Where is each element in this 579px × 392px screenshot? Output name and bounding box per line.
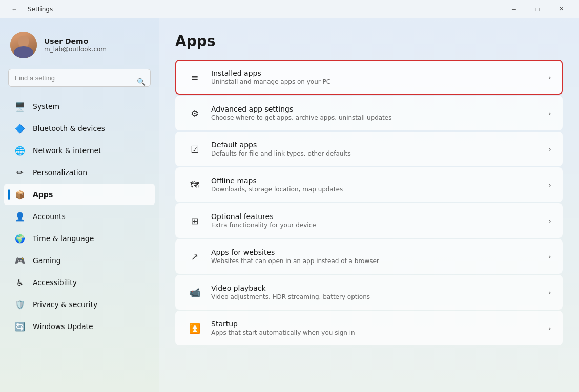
settings-desc-offline-maps: Downloads, storage location, map updates xyxy=(211,186,540,193)
settings-item-video-playback[interactable]: 📹 Video playback Video adjustments, HDR … xyxy=(175,275,563,310)
window-title: Settings xyxy=(28,6,53,13)
settings-icon-apps-for-websites: ↗ xyxy=(187,248,203,265)
settings-text-default-apps: Default apps Defaults for file and link … xyxy=(211,141,540,157)
chevron-icon-offline-maps: › xyxy=(548,180,551,190)
settings-item-startup[interactable]: ⏫ Startup Apps that start automatically … xyxy=(175,311,563,345)
minimize-button[interactable]: ─ xyxy=(502,0,526,18)
settings-item-default-apps[interactable]: ☑ Default apps Defaults for file and lin… xyxy=(175,132,563,166)
settings-text-offline-maps: Offline maps Downloads, storage location… xyxy=(211,177,540,193)
nav-label-bluetooth: Bluetooth & devices xyxy=(33,124,105,133)
settings-item-offline-maps[interactable]: 🗺 Offline maps Downloads, storage locati… xyxy=(175,167,563,202)
settings-title-offline-maps: Offline maps xyxy=(211,177,540,185)
content-area: Apps ≡ Installed apps Uninstall and mana… xyxy=(159,18,579,392)
sidebar-item-personalization[interactable]: ✏️ Personalization xyxy=(4,162,155,183)
back-icon: ← xyxy=(12,6,17,12)
sidebar-item-network[interactable]: 🌐 Network & internet xyxy=(4,140,155,161)
settings-desc-installed-apps: Uninstall and manage apps on your PC xyxy=(211,78,540,85)
user-info: User Demo m_lab@outlook.com xyxy=(44,37,107,53)
settings-item-installed-apps[interactable]: ≡ Installed apps Uninstall and manage ap… xyxy=(175,60,563,95)
maximize-button[interactable]: □ xyxy=(526,0,549,18)
nav-icon-apps: 📦 xyxy=(14,189,26,200)
settings-text-startup: Startup Apps that start automatically wh… xyxy=(211,320,540,336)
nav-label-gaming: Gaming xyxy=(33,256,61,265)
settings-list: ≡ Installed apps Uninstall and manage ap… xyxy=(175,60,563,345)
title-bar-left: ← Settings xyxy=(6,0,53,18)
user-profile[interactable]: User Demo m_lab@outlook.com xyxy=(0,27,159,69)
settings-title-optional-features: Optional features xyxy=(211,212,540,221)
settings-title-video-playback: Video playback xyxy=(211,284,540,292)
chevron-icon-startup: › xyxy=(548,323,551,333)
settings-item-optional-features[interactable]: ⊞ Optional features Extra functionality … xyxy=(175,203,563,238)
maximize-icon: □ xyxy=(536,6,540,12)
search-input[interactable] xyxy=(8,69,151,87)
settings-desc-apps-for-websites: Websites that can open in an app instead… xyxy=(211,257,540,265)
sidebar-item-update[interactable]: 🔄 Windows Update xyxy=(4,316,155,337)
nav-icon-system: 🖥️ xyxy=(14,101,26,112)
settings-title-startup: Startup xyxy=(211,320,540,328)
settings-desc-advanced-app-settings: Choose where to get apps, archive apps, … xyxy=(211,114,540,121)
nav-label-apps: Apps xyxy=(33,190,53,199)
back-button[interactable]: ← xyxy=(6,0,23,18)
settings-desc-default-apps: Defaults for file and link types, other … xyxy=(211,150,540,157)
sidebar: User Demo m_lab@outlook.com 🔍 🖥️ System … xyxy=(0,18,159,392)
nav-label-network: Network & internet xyxy=(33,146,101,155)
chevron-icon-default-apps: › xyxy=(548,144,551,154)
app-container: User Demo m_lab@outlook.com 🔍 🖥️ System … xyxy=(0,18,579,392)
user-name: User Demo xyxy=(44,37,107,46)
nav-icon-bluetooth: 🔷 xyxy=(14,123,26,134)
settings-item-advanced-app-settings[interactable]: ⚙ Advanced app settings Choose where to … xyxy=(175,96,563,130)
settings-title-default-apps: Default apps xyxy=(211,141,540,149)
avatar xyxy=(10,32,37,58)
window-controls: ─ □ ✕ xyxy=(502,0,573,18)
sidebar-item-gaming[interactable]: 🎮 Gaming xyxy=(4,250,155,271)
nav-icon-accounts: 👤 xyxy=(14,211,26,222)
settings-icon-installed-apps: ≡ xyxy=(187,69,203,85)
chevron-icon-optional-features: › xyxy=(548,216,551,226)
settings-icon-startup: ⏫ xyxy=(187,320,203,336)
chevron-icon-advanced-app-settings: › xyxy=(548,108,551,118)
page-title: Apps xyxy=(175,33,563,50)
chevron-icon-apps-for-websites: › xyxy=(548,252,551,262)
nav-icon-accessibility: ♿ xyxy=(14,277,26,288)
settings-desc-optional-features: Extra functionality for your device xyxy=(211,222,540,229)
settings-text-advanced-app-settings: Advanced app settings Choose where to ge… xyxy=(211,105,540,121)
sidebar-item-accounts[interactable]: 👤 Accounts xyxy=(4,206,155,227)
nav-label-update: Windows Update xyxy=(33,322,93,331)
nav-label-time: Time & language xyxy=(33,234,94,243)
user-email: m_lab@outlook.com xyxy=(44,46,107,53)
nav-label-accessibility: Accessibility xyxy=(33,278,77,287)
sidebar-item-privacy[interactable]: 🛡️ Privacy & security xyxy=(4,294,155,315)
nav-icon-network: 🌐 xyxy=(14,145,26,156)
nav-list: 🖥️ System 🔷 Bluetooth & devices 🌐 Networ… xyxy=(0,95,159,338)
nav-icon-update: 🔄 xyxy=(14,321,26,332)
minimize-icon: ─ xyxy=(512,6,516,12)
settings-text-apps-for-websites: Apps for websites Websites that can open… xyxy=(211,248,540,265)
title-bar: ← Settings ─ □ ✕ xyxy=(0,0,579,18)
chevron-icon-video-playback: › xyxy=(548,288,551,297)
close-button[interactable]: ✕ xyxy=(549,0,573,18)
settings-desc-startup: Apps that start automatically when you s… xyxy=(211,329,540,336)
chevron-icon-installed-apps: › xyxy=(548,73,551,82)
nav-icon-time: 🌍 xyxy=(14,233,26,244)
settings-desc-video-playback: Video adjustments, HDR streaming, batter… xyxy=(211,293,540,300)
sidebar-item-accessibility[interactable]: ♿ Accessibility xyxy=(4,272,155,293)
settings-text-optional-features: Optional features Extra functionality fo… xyxy=(211,212,540,229)
nav-icon-gaming: 🎮 xyxy=(14,255,26,266)
sidebar-item-apps[interactable]: 📦 Apps xyxy=(4,184,155,205)
nav-icon-personalization: ✏️ xyxy=(14,167,26,178)
settings-title-installed-apps: Installed apps xyxy=(211,69,540,77)
settings-icon-optional-features: ⊞ xyxy=(187,212,203,229)
nav-label-privacy: Privacy & security xyxy=(33,300,97,309)
settings-icon-advanced-app-settings: ⚙ xyxy=(187,105,203,121)
nav-label-personalization: Personalization xyxy=(33,168,87,177)
settings-icon-offline-maps: 🗺 xyxy=(187,177,203,193)
settings-text-installed-apps: Installed apps Uninstall and manage apps… xyxy=(211,69,540,85)
nav-label-accounts: Accounts xyxy=(33,212,66,221)
settings-icon-video-playback: 📹 xyxy=(187,284,203,300)
settings-title-apps-for-websites: Apps for websites xyxy=(211,248,540,256)
settings-item-apps-for-websites[interactable]: ↗ Apps for websites Websites that can op… xyxy=(175,239,563,274)
sidebar-item-bluetooth[interactable]: 🔷 Bluetooth & devices xyxy=(4,118,155,139)
sidebar-item-system[interactable]: 🖥️ System xyxy=(4,96,155,117)
sidebar-item-time[interactable]: 🌍 Time & language xyxy=(4,228,155,249)
search-container: 🔍 xyxy=(0,69,159,95)
